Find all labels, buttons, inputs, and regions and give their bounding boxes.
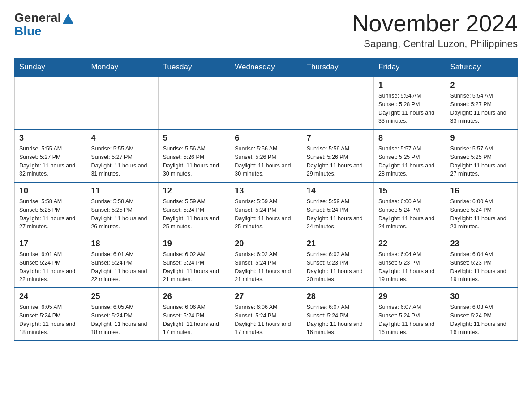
calendar-cell — [230, 77, 302, 129]
day-info: Sunrise: 6:04 AMSunset: 5:23 PMDaylight:… — [378, 250, 441, 284]
day-info: Sunrise: 6:06 AMSunset: 5:24 PMDaylight:… — [163, 303, 225, 337]
calendar-cell: 18Sunrise: 6:01 AMSunset: 5:24 PMDayligh… — [86, 235, 158, 288]
day-info: Sunrise: 6:01 AMSunset: 5:24 PMDaylight:… — [91, 250, 153, 284]
day-number: 29 — [378, 292, 441, 301]
day-number: 23 — [450, 239, 513, 248]
calendar-cell — [158, 77, 230, 129]
calendar-cell: 22Sunrise: 6:04 AMSunset: 5:23 PMDayligh… — [374, 235, 446, 288]
calendar-cell: 11Sunrise: 5:58 AMSunset: 5:25 PMDayligh… — [86, 182, 158, 235]
day-number: 24 — [19, 292, 82, 301]
day-info: Sunrise: 6:00 AMSunset: 5:24 PMDaylight:… — [450, 197, 513, 231]
day-number: 18 — [91, 239, 153, 248]
calendar-cell: 25Sunrise: 6:05 AMSunset: 5:24 PMDayligh… — [86, 288, 158, 341]
day-number: 3 — [19, 133, 82, 143]
calendar-cell: 26Sunrise: 6:06 AMSunset: 5:24 PMDayligh… — [158, 288, 230, 341]
calendar-cell: 13Sunrise: 5:59 AMSunset: 5:24 PMDayligh… — [230, 182, 302, 235]
month-year-title: November 2024 — [352, 11, 518, 36]
calendar-cell: 15Sunrise: 6:00 AMSunset: 5:24 PMDayligh… — [374, 182, 446, 235]
day-info: Sunrise: 6:01 AMSunset: 5:24 PMDaylight:… — [19, 250, 82, 284]
day-info: Sunrise: 6:03 AMSunset: 5:23 PMDaylight:… — [307, 250, 369, 284]
day-number: 9 — [450, 133, 513, 143]
location-subtitle: Sapang, Central Luzon, Philippines — [352, 38, 518, 50]
day-number: 20 — [235, 239, 297, 248]
title-area: November 2024 Sapang, Central Luzon, Phi… — [352, 11, 518, 50]
calendar-week-row-5: 24Sunrise: 6:05 AMSunset: 5:24 PMDayligh… — [15, 288, 518, 341]
calendar-week-row-4: 17Sunrise: 6:01 AMSunset: 5:24 PMDayligh… — [15, 235, 518, 288]
logo-general-text: General — [14, 11, 61, 25]
weekday-header-friday: Friday — [374, 58, 446, 77]
calendar-cell: 12Sunrise: 5:59 AMSunset: 5:24 PMDayligh… — [158, 182, 230, 235]
day-info: Sunrise: 5:55 AMSunset: 5:27 PMDaylight:… — [19, 145, 82, 178]
day-number: 28 — [307, 292, 369, 301]
weekday-header-tuesday: Tuesday — [158, 58, 230, 77]
day-number: 7 — [307, 133, 369, 143]
day-info: Sunrise: 5:56 AMSunset: 5:26 PMDaylight:… — [307, 145, 369, 178]
calendar-cell: 28Sunrise: 6:07 AMSunset: 5:24 PMDayligh… — [302, 288, 373, 341]
day-number: 15 — [378, 186, 441, 196]
calendar-cell: 9Sunrise: 5:57 AMSunset: 5:25 PMDaylight… — [446, 129, 517, 182]
day-number: 17 — [19, 239, 82, 248]
calendar-cell: 27Sunrise: 6:06 AMSunset: 5:24 PMDayligh… — [230, 288, 302, 341]
calendar-cell: 29Sunrise: 6:07 AMSunset: 5:24 PMDayligh… — [374, 288, 446, 341]
logo-triangle-icon — [63, 14, 73, 24]
calendar-cell: 7Sunrise: 5:56 AMSunset: 5:26 PMDaylight… — [302, 129, 373, 182]
calendar-cell: 30Sunrise: 6:08 AMSunset: 5:24 PMDayligh… — [446, 288, 517, 341]
day-info: Sunrise: 6:08 AMSunset: 5:24 PMDaylight:… — [450, 303, 513, 337]
calendar-cell: 5Sunrise: 5:56 AMSunset: 5:26 PMDaylight… — [158, 129, 230, 182]
calendar-cell: 2Sunrise: 5:54 AMSunset: 5:27 PMDaylight… — [446, 77, 517, 129]
day-info: Sunrise: 6:06 AMSunset: 5:24 PMDaylight:… — [235, 303, 297, 337]
day-number: 6 — [235, 133, 297, 143]
day-number: 19 — [163, 239, 225, 248]
day-number: 16 — [450, 186, 513, 196]
calendar-cell: 6Sunrise: 5:56 AMSunset: 5:26 PMDaylight… — [230, 129, 302, 182]
day-number: 11 — [91, 186, 153, 196]
day-number: 10 — [19, 186, 82, 196]
day-info: Sunrise: 6:07 AMSunset: 5:24 PMDaylight:… — [307, 303, 369, 337]
day-info: Sunrise: 5:58 AMSunset: 5:25 PMDaylight:… — [91, 197, 153, 231]
calendar-cell — [86, 77, 158, 129]
calendar-week-row-2: 3Sunrise: 5:55 AMSunset: 5:27 PMDaylight… — [15, 129, 518, 182]
day-info: Sunrise: 6:00 AMSunset: 5:24 PMDaylight:… — [378, 197, 441, 231]
day-number: 14 — [307, 186, 369, 196]
day-info: Sunrise: 5:57 AMSunset: 5:25 PMDaylight:… — [450, 145, 513, 178]
day-number: 21 — [307, 239, 369, 248]
calendar-cell: 10Sunrise: 5:58 AMSunset: 5:25 PMDayligh… — [15, 182, 86, 235]
day-number: 13 — [235, 186, 297, 196]
day-info: Sunrise: 6:05 AMSunset: 5:24 PMDaylight:… — [19, 303, 82, 337]
day-number: 30 — [450, 292, 513, 301]
day-info: Sunrise: 5:56 AMSunset: 5:26 PMDaylight:… — [235, 145, 297, 178]
day-number: 5 — [163, 133, 225, 143]
weekday-header-monday: Monday — [86, 58, 158, 77]
day-number: 25 — [91, 292, 153, 301]
day-info: Sunrise: 6:05 AMSunset: 5:24 PMDaylight:… — [91, 303, 153, 337]
day-info: Sunrise: 5:56 AMSunset: 5:26 PMDaylight:… — [163, 145, 225, 178]
day-number: 2 — [450, 81, 513, 90]
calendar-week-row-3: 10Sunrise: 5:58 AMSunset: 5:25 PMDayligh… — [15, 182, 518, 235]
day-number: 22 — [378, 239, 441, 248]
calendar-cell: 23Sunrise: 6:04 AMSunset: 5:23 PMDayligh… — [446, 235, 517, 288]
calendar-cell: 20Sunrise: 6:02 AMSunset: 5:24 PMDayligh… — [230, 235, 302, 288]
day-info: Sunrise: 5:59 AMSunset: 5:24 PMDaylight:… — [163, 197, 225, 231]
calendar-cell: 4Sunrise: 5:55 AMSunset: 5:27 PMDaylight… — [86, 129, 158, 182]
calendar-cell: 3Sunrise: 5:55 AMSunset: 5:27 PMDaylight… — [15, 129, 86, 182]
weekday-header-thursday: Thursday — [302, 58, 373, 77]
calendar-cell: 8Sunrise: 5:57 AMSunset: 5:25 PMDaylight… — [374, 129, 446, 182]
day-info: Sunrise: 6:07 AMSunset: 5:24 PMDaylight:… — [378, 303, 441, 337]
day-info: Sunrise: 6:02 AMSunset: 5:24 PMDaylight:… — [235, 250, 297, 284]
day-number: 4 — [91, 133, 153, 143]
calendar-cell: 1Sunrise: 5:54 AMSunset: 5:28 PMDaylight… — [374, 77, 446, 129]
calendar-cell: 17Sunrise: 6:01 AMSunset: 5:24 PMDayligh… — [15, 235, 86, 288]
day-info: Sunrise: 6:02 AMSunset: 5:24 PMDaylight:… — [163, 250, 225, 284]
day-number: 8 — [378, 133, 441, 143]
calendar-cell: 21Sunrise: 6:03 AMSunset: 5:23 PMDayligh… — [302, 235, 373, 288]
header: General Blue November 2024 Sapang, Centr… — [14, 11, 518, 50]
weekday-header-saturday: Saturday — [446, 58, 517, 77]
day-number: 27 — [235, 292, 297, 301]
day-number: 1 — [378, 81, 441, 90]
calendar-cell: 16Sunrise: 6:00 AMSunset: 5:24 PMDayligh… — [446, 182, 517, 235]
day-info: Sunrise: 5:54 AMSunset: 5:27 PMDaylight:… — [450, 92, 513, 125]
weekday-header-wednesday: Wednesday — [230, 58, 302, 77]
calendar-cell: 14Sunrise: 5:59 AMSunset: 5:24 PMDayligh… — [302, 182, 373, 235]
day-info: Sunrise: 5:59 AMSunset: 5:24 PMDaylight:… — [235, 197, 297, 231]
weekday-header-row: SundayMondayTuesdayWednesdayThursdayFrid… — [15, 58, 518, 77]
